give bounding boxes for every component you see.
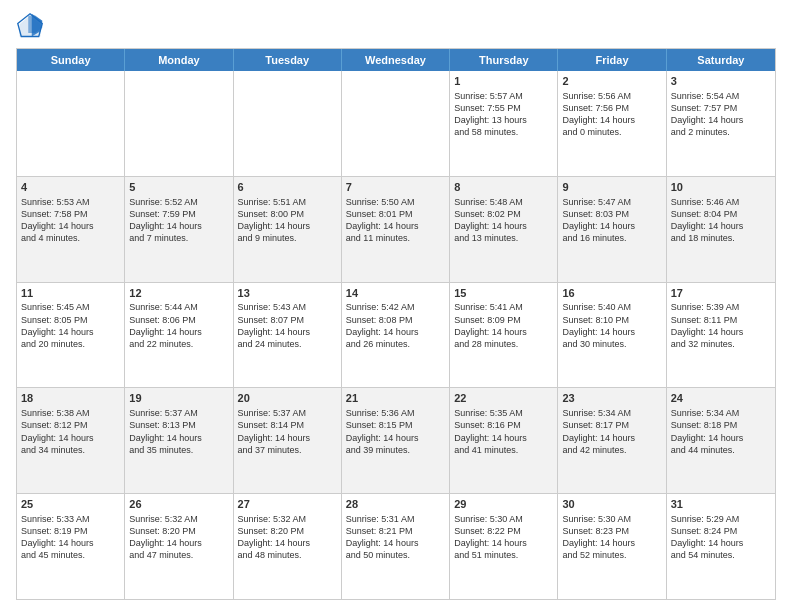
day-info-line: and 26 minutes. <box>346 338 445 350</box>
day-info-line: Sunset: 7:55 PM <box>454 102 553 114</box>
day-number: 10 <box>671 180 771 195</box>
day-info-line: Sunset: 7:59 PM <box>129 208 228 220</box>
header-day-tuesday: Tuesday <box>234 49 342 71</box>
day-info-line: Sunrise: 5:37 AM <box>238 407 337 419</box>
day-number: 21 <box>346 391 445 406</box>
day-info-line: Daylight: 14 hours <box>671 114 771 126</box>
calendar-row-1: 4Sunrise: 5:53 AMSunset: 7:58 PMDaylight… <box>17 177 775 283</box>
day-info-line: Sunrise: 5:41 AM <box>454 301 553 313</box>
day-info-line: Sunset: 8:01 PM <box>346 208 445 220</box>
day-number: 25 <box>21 497 120 512</box>
day-info-line: Daylight: 14 hours <box>454 220 553 232</box>
day-info-line: and 4 minutes. <box>21 232 120 244</box>
day-info-line: and 28 minutes. <box>454 338 553 350</box>
day-info-line: Sunset: 8:11 PM <box>671 314 771 326</box>
calendar-cell: 10Sunrise: 5:46 AMSunset: 8:04 PMDayligh… <box>667 177 775 282</box>
day-info-line: and 39 minutes. <box>346 444 445 456</box>
day-info-line: Daylight: 14 hours <box>238 537 337 549</box>
day-info-line: and 42 minutes. <box>562 444 661 456</box>
day-info-line: Sunset: 8:07 PM <box>238 314 337 326</box>
calendar-cell: 8Sunrise: 5:48 AMSunset: 8:02 PMDaylight… <box>450 177 558 282</box>
day-info-line: Daylight: 14 hours <box>346 220 445 232</box>
calendar-cell <box>342 71 450 176</box>
day-info-line: Sunset: 8:09 PM <box>454 314 553 326</box>
day-info-line: Sunrise: 5:52 AM <box>129 196 228 208</box>
calendar-row-4: 25Sunrise: 5:33 AMSunset: 8:19 PMDayligh… <box>17 494 775 599</box>
day-info-line: Sunrise: 5:32 AM <box>129 513 228 525</box>
day-info-line: Sunset: 8:20 PM <box>129 525 228 537</box>
day-info-line: and 32 minutes. <box>671 338 771 350</box>
calendar-cell: 26Sunrise: 5:32 AMSunset: 8:20 PMDayligh… <box>125 494 233 599</box>
day-number: 24 <box>671 391 771 406</box>
day-info-line: Sunset: 8:13 PM <box>129 419 228 431</box>
day-info-line: and 30 minutes. <box>562 338 661 350</box>
day-info-line: Sunset: 8:15 PM <box>346 419 445 431</box>
day-info-line: and 37 minutes. <box>238 444 337 456</box>
day-info-line: Sunrise: 5:51 AM <box>238 196 337 208</box>
day-number: 9 <box>562 180 661 195</box>
header <box>16 12 776 40</box>
calendar-cell: 2Sunrise: 5:56 AMSunset: 7:56 PMDaylight… <box>558 71 666 176</box>
header-day-thursday: Thursday <box>450 49 558 71</box>
day-number: 7 <box>346 180 445 195</box>
day-info-line: and 54 minutes. <box>671 549 771 561</box>
day-number: 22 <box>454 391 553 406</box>
logo-icon <box>16 12 44 40</box>
calendar-cell: 19Sunrise: 5:37 AMSunset: 8:13 PMDayligh… <box>125 388 233 493</box>
day-info-line: and 7 minutes. <box>129 232 228 244</box>
day-info-line: Daylight: 14 hours <box>21 432 120 444</box>
day-info-line: Sunrise: 5:31 AM <box>346 513 445 525</box>
day-info-line: Daylight: 14 hours <box>346 537 445 549</box>
calendar-cell: 23Sunrise: 5:34 AMSunset: 8:17 PMDayligh… <box>558 388 666 493</box>
calendar-cell: 29Sunrise: 5:30 AMSunset: 8:22 PMDayligh… <box>450 494 558 599</box>
calendar-body: 1Sunrise: 5:57 AMSunset: 7:55 PMDaylight… <box>17 71 775 599</box>
header-day-wednesday: Wednesday <box>342 49 450 71</box>
day-info-line: and 9 minutes. <box>238 232 337 244</box>
calendar-cell: 31Sunrise: 5:29 AMSunset: 8:24 PMDayligh… <box>667 494 775 599</box>
calendar-header: SundayMondayTuesdayWednesdayThursdayFrid… <box>17 49 775 71</box>
day-info-line: Daylight: 14 hours <box>21 326 120 338</box>
day-number: 2 <box>562 74 661 89</box>
day-info-line: and 24 minutes. <box>238 338 337 350</box>
calendar-cell: 22Sunrise: 5:35 AMSunset: 8:16 PMDayligh… <box>450 388 558 493</box>
day-number: 28 <box>346 497 445 512</box>
day-info-line: Sunset: 8:20 PM <box>238 525 337 537</box>
day-info-line: Sunset: 7:56 PM <box>562 102 661 114</box>
day-info-line: Sunset: 8:24 PM <box>671 525 771 537</box>
day-info-line: and 44 minutes. <box>671 444 771 456</box>
day-info-line: Daylight: 14 hours <box>562 220 661 232</box>
calendar-cell: 14Sunrise: 5:42 AMSunset: 8:08 PMDayligh… <box>342 283 450 388</box>
day-info-line: and 52 minutes. <box>562 549 661 561</box>
day-info-line: Sunrise: 5:50 AM <box>346 196 445 208</box>
day-info-line: Sunset: 8:06 PM <box>129 314 228 326</box>
day-info-line: Daylight: 14 hours <box>346 326 445 338</box>
calendar-cell: 20Sunrise: 5:37 AMSunset: 8:14 PMDayligh… <box>234 388 342 493</box>
day-info-line: and 16 minutes. <box>562 232 661 244</box>
day-info-line: and 0 minutes. <box>562 126 661 138</box>
day-info-line: Sunrise: 5:48 AM <box>454 196 553 208</box>
day-info-line: Sunrise: 5:54 AM <box>671 90 771 102</box>
day-number: 15 <box>454 286 553 301</box>
day-number: 30 <box>562 497 661 512</box>
day-info-line: and 41 minutes. <box>454 444 553 456</box>
day-info-line: Sunset: 7:58 PM <box>21 208 120 220</box>
day-info-line: and 51 minutes. <box>454 549 553 561</box>
day-info-line: Daylight: 14 hours <box>562 114 661 126</box>
day-info-line: and 11 minutes. <box>346 232 445 244</box>
day-info-line: Daylight: 14 hours <box>21 537 120 549</box>
calendar-cell: 6Sunrise: 5:51 AMSunset: 8:00 PMDaylight… <box>234 177 342 282</box>
day-info-line: Sunset: 8:19 PM <box>21 525 120 537</box>
day-info-line: Sunset: 8:08 PM <box>346 314 445 326</box>
day-number: 4 <box>21 180 120 195</box>
day-info-line: Sunrise: 5:30 AM <box>562 513 661 525</box>
day-number: 18 <box>21 391 120 406</box>
day-info-line: Sunset: 8:16 PM <box>454 419 553 431</box>
calendar-cell: 18Sunrise: 5:38 AMSunset: 8:12 PMDayligh… <box>17 388 125 493</box>
day-info-line: Sunset: 8:21 PM <box>346 525 445 537</box>
day-info-line: Sunrise: 5:40 AM <box>562 301 661 313</box>
day-info-line: Sunrise: 5:43 AM <box>238 301 337 313</box>
day-info-line: Sunrise: 5:42 AM <box>346 301 445 313</box>
day-number: 17 <box>671 286 771 301</box>
day-info-line: Sunrise: 5:46 AM <box>671 196 771 208</box>
day-info-line: Sunrise: 5:47 AM <box>562 196 661 208</box>
